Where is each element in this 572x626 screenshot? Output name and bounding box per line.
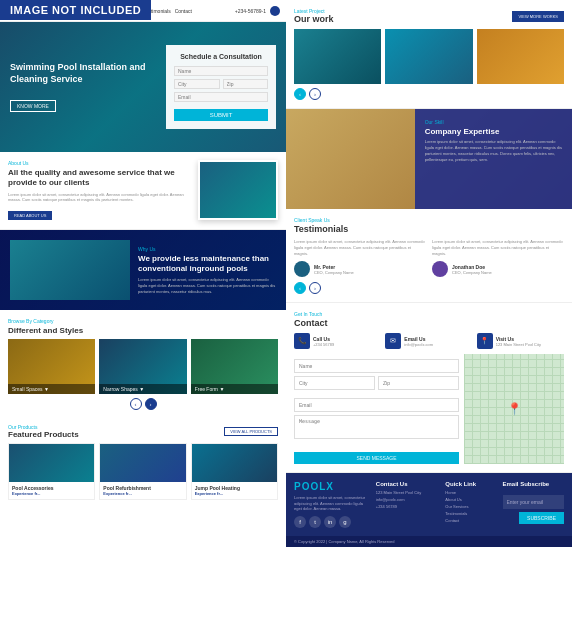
- testimonial-card-1: Lorem ipsum dolor sit amet, consectetur …: [294, 239, 426, 277]
- email-subscribe-input[interactable]: [503, 495, 565, 509]
- testimonial-next-button[interactable]: ›: [309, 282, 321, 294]
- contact-section: Get In Touch Contact 📞 Call Us +234 5678…: [286, 303, 572, 473]
- contact-address-text: Visit Us 123 Main Street Pool City: [496, 336, 541, 347]
- testimonial-author-info-1: Mr. Peter CEO, Company Name: [314, 264, 354, 275]
- footer-link-about[interactable]: About Us: [445, 497, 494, 502]
- form-title: Schedule a Consultation: [174, 53, 268, 60]
- footer-contact-phone: +234 56789: [376, 504, 438, 509]
- browse-navigation: ‹ ›: [8, 398, 278, 410]
- linkedin-icon[interactable]: in: [324, 516, 336, 528]
- consultation-form: Schedule a Consultation SUBMIT: [166, 45, 276, 129]
- work-image-3: [477, 29, 564, 84]
- about-read-more-button[interactable]: READ ABOUT US: [8, 211, 52, 220]
- right-inner: Latest Project Our work VIEW MORE WORKS …: [286, 0, 572, 547]
- why-text: Why Us We provide less maintenance than …: [138, 246, 276, 295]
- search-icon[interactable]: [270, 6, 280, 16]
- about-heading: All the quality and awesome service that…: [8, 168, 190, 189]
- why-label: Why Us: [138, 246, 276, 252]
- contact-email-box: ✉ Email Us info@poolx.com: [385, 333, 472, 349]
- browse-card-1[interactable]: Small Spaces ▼: [8, 339, 95, 394]
- form-email-input[interactable]: [174, 92, 268, 102]
- copyright-text: © Copyright 2022 | Company Name, All Rig…: [294, 539, 394, 544]
- our-work-header: Latest Project Our work VIEW MORE WORKS: [294, 8, 564, 24]
- contact-heading: Contact: [294, 318, 564, 328]
- contact-label: Get In Touch: [294, 311, 564, 317]
- footer-link-testimonials[interactable]: Testimonials: [445, 511, 494, 516]
- work-prev-button[interactable]: ‹: [294, 88, 306, 100]
- testimonial-text-1: Lorem ipsum dolor sit amet, consectetur …: [294, 239, 426, 257]
- footer-link-services[interactable]: Our Services: [445, 504, 494, 509]
- testimonial-avatar-1: [294, 261, 310, 277]
- footer-bottom: © Copyright 2022 | Company Name, All Rig…: [286, 536, 572, 547]
- our-work-titles: Latest Project Our work: [294, 8, 334, 24]
- footer-contact-address: 123 Main Street Pool City: [376, 490, 438, 495]
- work-next-button[interactable]: ›: [309, 88, 321, 100]
- products-section: Our Products Featured Products VIEW ALL …: [0, 418, 286, 506]
- product-cards: Pool Accessories Experience fr... Pool R…: [8, 443, 278, 500]
- expertise-body: Lorem ipsum dolor sit amet, consectetur …: [425, 139, 562, 163]
- expertise-label: Our Skill: [425, 119, 562, 125]
- footer-contact: Contact Us 123 Main Street Pool City inf…: [376, 481, 438, 528]
- browse-label: Browse By Category: [8, 318, 278, 324]
- product-card-1[interactable]: Pool Accessories Experience fr...: [8, 443, 95, 500]
- footer-link-contact[interactable]: Contact: [445, 518, 494, 523]
- why-section: Why Us We provide less maintenance than …: [0, 230, 286, 310]
- testimonial-text-2: Lorem ipsum dolor sit amet, consectetur …: [432, 239, 564, 257]
- form-zip-input[interactable]: [223, 79, 269, 89]
- footer-brand: POOLX Lorem ipsum dolor sit amet, consec…: [294, 481, 368, 528]
- nav-phone: +234-56789-1: [235, 8, 266, 14]
- product-price-3: Experience fr...: [195, 491, 274, 496]
- contact-row: [294, 376, 459, 393]
- contact-city-input[interactable]: [294, 376, 375, 390]
- hero-cta-button[interactable]: KNOW MORE: [10, 100, 56, 112]
- product-info-3: Jump Pool Heating Experience fr...: [192, 482, 277, 499]
- footer-links-title: Quick Link: [445, 481, 494, 487]
- testimonial-role-1: CEO, Company Name: [314, 270, 354, 275]
- product-price-1: Experience fr...: [12, 491, 91, 496]
- contact-message-input[interactable]: [294, 415, 459, 439]
- contact-email-input[interactable]: [294, 398, 459, 412]
- contact-submit-button[interactable]: SEND MESSAGE: [294, 452, 459, 464]
- testimonial-card-2: Lorem ipsum dolor sit amet, consectetur …: [432, 239, 564, 277]
- browse-next-button[interactable]: ›: [145, 398, 157, 410]
- hero-content: Swimming Pool Installation and Cleaning …: [10, 62, 166, 111]
- testimonial-cards: Lorem ipsum dolor sit amet, consectetur …: [294, 239, 564, 277]
- view-all-products-button[interactable]: VIEW ALL PRODUCTS: [224, 427, 278, 436]
- product-card-2[interactable]: Pool Refurbishment Experience fr...: [99, 443, 186, 500]
- about-body: Lorem ipsum dolor sit amet, consectetur …: [8, 192, 190, 203]
- footer-contact-title: Contact Us: [376, 481, 438, 487]
- testimonial-avatar-2: [432, 261, 448, 277]
- product-card-3[interactable]: Jump Pool Heating Experience fr...: [191, 443, 278, 500]
- testimonial-prev-button[interactable]: ‹: [294, 282, 306, 294]
- browse-card-3[interactable]: Free Form ▼: [191, 339, 278, 394]
- phone-icon: 📞: [294, 333, 310, 349]
- view-more-works-button[interactable]: VIEW MORE WORKS: [512, 11, 564, 22]
- form-city-input[interactable]: [174, 79, 220, 89]
- our-work-section: Latest Project Our work VIEW MORE WORKS …: [286, 0, 572, 109]
- contact-name-input[interactable]: [294, 359, 459, 373]
- nav-contact[interactable]: Contact: [175, 8, 192, 14]
- product-info-1: Pool Accessories Experience fr...: [9, 482, 94, 499]
- browse-card-2[interactable]: Narrow Shapes ▼: [99, 339, 186, 394]
- browse-prev-button[interactable]: ‹: [130, 398, 142, 410]
- contact-zip-input[interactable]: [378, 376, 459, 390]
- footer-link-home[interactable]: Home: [445, 490, 494, 495]
- form-submit-button[interactable]: SUBMIT: [174, 109, 268, 121]
- google-icon[interactable]: g: [339, 516, 351, 528]
- testimonial-author-info-2: Jonathan Doe CEO, Company Name: [452, 264, 492, 275]
- contact-email-text: Email Us info@poolx.com: [404, 336, 433, 347]
- product-image-3: [192, 444, 277, 482]
- email-icon: ✉: [385, 333, 401, 349]
- expertise-overlay: Our Skill Company Expertise Lorem ipsum …: [415, 109, 572, 209]
- form-name-input[interactable]: [174, 66, 268, 76]
- twitter-icon[interactable]: t: [309, 516, 321, 528]
- subscribe-button[interactable]: SUBSCRIBE: [519, 512, 564, 524]
- footer-logo: POOLX: [294, 481, 368, 492]
- testimonial-author-2: Jonathan Doe CEO, Company Name: [432, 261, 564, 277]
- map-placeholder: 📍: [464, 354, 564, 464]
- facebook-icon[interactable]: f: [294, 516, 306, 528]
- why-body: Lorem ipsum dolor sit amet, consectetur …: [138, 277, 276, 294]
- footer-email-subscribe: Email Subscribe SUBSCRIBE: [503, 481, 565, 528]
- contact-phone-box: 📞 Call Us +234 56789: [294, 333, 381, 349]
- footer-description: Lorem ipsum dolor sit amet, consectetur …: [294, 495, 368, 512]
